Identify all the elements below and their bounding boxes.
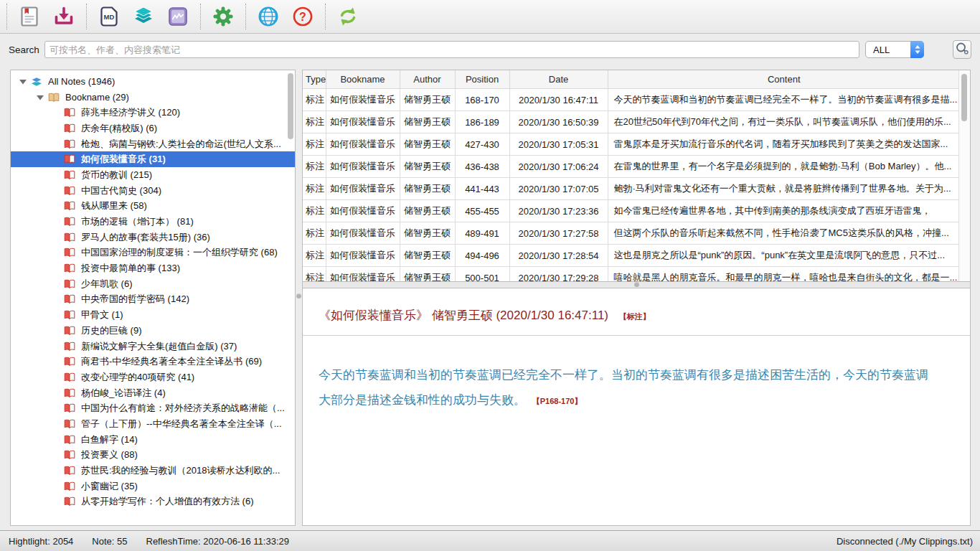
- cell-type: 标注: [303, 133, 326, 156]
- book-red-icon: [64, 450, 76, 460]
- table-row[interactable]: 标注如何假装懂音乐储智勇王硕168-1702020/1/30 16:47:11今…: [303, 89, 961, 111]
- filter-dropdown[interactable]: ALL: [865, 41, 924, 58]
- book-red-icon: [64, 403, 76, 413]
- horizontal-splitter[interactable]: [302, 282, 971, 288]
- tree-item[interactable]: 改变心理学的40项研究 (41): [11, 369, 295, 385]
- cell-bookname: 如何假装懂音乐: [326, 111, 400, 133]
- tree-item[interactable]: 投资要义 (88): [11, 448, 295, 463]
- cell-position: 168-170: [455, 89, 509, 111]
- tree-item[interactable]: 钱从哪里来 (58): [11, 199, 295, 215]
- column-header-content[interactable]: Content: [608, 70, 961, 89]
- table-scrollbar[interactable]: [958, 70, 970, 281]
- cell-content: 雷鬼原本是牙买加流行音乐的代名词，随着牙买加移民到了英美之类的发达国家...: [608, 133, 961, 156]
- tree-item-label: 枪炮、病菌与钢铁:人类社会的命运(世纪人文系...: [81, 138, 281, 151]
- tree-item[interactable]: 庆余年(精校版) (6): [11, 121, 295, 136]
- clippings-icon[interactable]: [17, 4, 42, 29]
- table-row[interactable]: 标注如何假装懂音乐储智勇王硕455-4552020/1/30 17:23:36如…: [303, 200, 961, 222]
- table-row[interactable]: 标注如何假装懂音乐储智勇王硕500-5012020/1/30 17:29:28嘻…: [303, 267, 961, 283]
- tree-item-label: 小窗幽记 (35): [81, 480, 138, 493]
- tree-item[interactable]: 市场的逻辑（增订本） (81): [11, 214, 295, 230]
- status-bar: Hightlight: 2054 Note: 55 RefleshTime: 2…: [0, 530, 980, 551]
- cell-author: 储智勇王硕: [400, 89, 455, 111]
- book-red-icon: [64, 388, 76, 398]
- cell-author: 储智勇王硕: [400, 222, 455, 245]
- note-content-text: 今天的节奏蓝调和当初的节奏蓝调已经完全不一样了。当初的节奏蓝调有很多是描述困苦生…: [319, 368, 928, 407]
- tree-item[interactable]: All Notes (1946): [11, 74, 295, 90]
- table-row[interactable]: 标注如何假装懂音乐储智勇王硕441-4432020/1/30 17:07:05鲍…: [303, 178, 961, 200]
- globe-icon[interactable]: [256, 4, 281, 29]
- column-header-bookname[interactable]: Bookname: [326, 70, 400, 89]
- table-row[interactable]: 标注如何假装懂音乐储智勇王硕494-4962020/1/30 17:28:54这…: [303, 245, 961, 267]
- tree-item[interactable]: 管子（上下册）--中华经典名著全本全注全译（...: [11, 416, 295, 432]
- tree-item[interactable]: 从零开始学写作：个人增值的有效方法 (6): [11, 494, 295, 510]
- tree-item[interactable]: 枪炮、病菌与钢铁:人类社会的命运(世纪人文系...: [11, 136, 295, 152]
- tree-item[interactable]: 商君书-中华经典名著全本全注全译丛书 (69): [11, 354, 295, 369]
- tree-item[interactable]: 中央帝国的哲学密码 (142): [11, 292, 295, 308]
- column-header-author[interactable]: Author: [400, 70, 455, 89]
- search-button[interactable]: [953, 40, 971, 59]
- disclosure-triangle-icon[interactable]: [19, 79, 31, 85]
- tree-item[interactable]: 苏世民:我的经验与教训（2018读桥水达利欧的...: [11, 463, 295, 479]
- search-label: Search: [9, 44, 39, 55]
- tree-item-label: 历史的巨镜 (9): [81, 324, 142, 337]
- table-row[interactable]: 标注如何假装懂音乐储智勇王硕436-4382020/1/30 17:06:24在…: [303, 156, 961, 178]
- table-row[interactable]: 标注如何假装懂音乐储智勇王硕186-1892020/1/30 16:50:39在…: [303, 111, 961, 133]
- tree-item[interactable]: 新编说文解字大全集(超值白金版) (37): [11, 339, 295, 354]
- search-input[interactable]: [44, 41, 859, 58]
- books-icon: [31, 77, 43, 87]
- layers-icon[interactable]: [131, 4, 156, 29]
- vertical-splitter[interactable]: [296, 70, 302, 526]
- tree-item[interactable]: 中国古代简史 (304): [11, 183, 295, 199]
- cell-position: 489-491: [455, 222, 509, 245]
- book-red-icon: [64, 419, 76, 429]
- toolbar-separator: [325, 4, 326, 29]
- column-header-date[interactable]: Date: [509, 70, 608, 89]
- tree-item-label: 新编说文解字大全集(超值白金版) (37): [81, 340, 237, 353]
- tree-item[interactable]: 杨伯峻_论语译注 (4): [11, 385, 295, 401]
- tree-item-label: 钱从哪里来 (58): [81, 199, 147, 212]
- tree-item[interactable]: 薛兆丰经济学讲义 (120): [11, 105, 295, 121]
- cell-type: 标注: [303, 156, 326, 178]
- disclosure-triangle-icon[interactable]: [37, 95, 48, 100]
- table-row[interactable]: 标注如何假装懂音乐储智勇王硕427-4302020/1/30 17:05:31雷…: [303, 133, 961, 156]
- tree-item[interactable]: 投资中最简单的事 (133): [11, 260, 295, 276]
- help-icon[interactable]: ?: [291, 4, 315, 29]
- cell-bookname: 如何假装懂音乐: [326, 133, 400, 156]
- tree-item[interactable]: 中国国家治理的制度逻辑：一个组织学研究 (68): [11, 245, 295, 261]
- splitter-handle-icon: [634, 282, 639, 287]
- tree-item-selected[interactable]: 如何假装懂音乐 (31): [11, 151, 295, 167]
- tree-item[interactable]: 历史的巨镜 (9): [11, 323, 295, 339]
- book-red-icon: [64, 201, 76, 211]
- tree-item[interactable]: 中国为什么有前途：对外经济关系的战略潜能（...: [11, 400, 295, 416]
- tree-item[interactable]: 少年凯歌 (6): [11, 276, 295, 292]
- markdown-export-icon[interactable]: MD: [97, 4, 121, 29]
- tree-item[interactable]: 小窗幽记 (35): [11, 479, 295, 494]
- tree-item[interactable]: 白鱼解字 (14): [11, 432, 295, 448]
- stats-icon[interactable]: [166, 4, 190, 29]
- book-red-icon: [64, 279, 76, 289]
- book-red-icon: [64, 372, 76, 382]
- tree-item[interactable]: Bookname (29): [11, 90, 295, 105]
- cell-author: 储智勇王硕: [400, 178, 455, 200]
- table-header-row: TypeBooknameAuthorPositionDateContent: [303, 70, 961, 89]
- svg-text:MD: MD: [104, 13, 115, 21]
- tree-item[interactable]: 货币的教训 (215): [11, 167, 295, 183]
- svg-text:?: ?: [299, 11, 306, 23]
- settings-gear-icon[interactable]: [211, 4, 235, 29]
- table-scrollbar-thumb[interactable]: [961, 74, 967, 121]
- cell-date: 2020/1/30 17:29:28: [509, 267, 608, 283]
- sync-refresh-icon[interactable]: [336, 4, 360, 29]
- tree-item-label: 商君书-中华经典名著全本全注全译丛书 (69): [81, 355, 262, 368]
- import-icon[interactable]: [52, 4, 76, 29]
- cell-date: 2020/1/30 17:28:54: [509, 245, 608, 267]
- cell-date: 2020/1/30 17:05:31: [509, 133, 608, 156]
- tree-item[interactable]: 甲骨文 (1): [11, 307, 295, 323]
- column-header-position[interactable]: Position: [455, 70, 509, 89]
- column-header-type[interactable]: Type: [303, 70, 326, 89]
- tree-item[interactable]: 罗马人的故事(套装共15册) (36): [11, 230, 295, 245]
- cell-date: 2020/1/30 16:47:11: [509, 89, 608, 111]
- splitter-handle-icon: [296, 293, 301, 298]
- sidebar-scrollbar[interactable]: [288, 73, 293, 139]
- cell-type: 标注: [303, 245, 326, 267]
- table-row[interactable]: 标注如何假装懂音乐储智勇王硕489-4912020/1/30 17:27:58但…: [303, 222, 961, 245]
